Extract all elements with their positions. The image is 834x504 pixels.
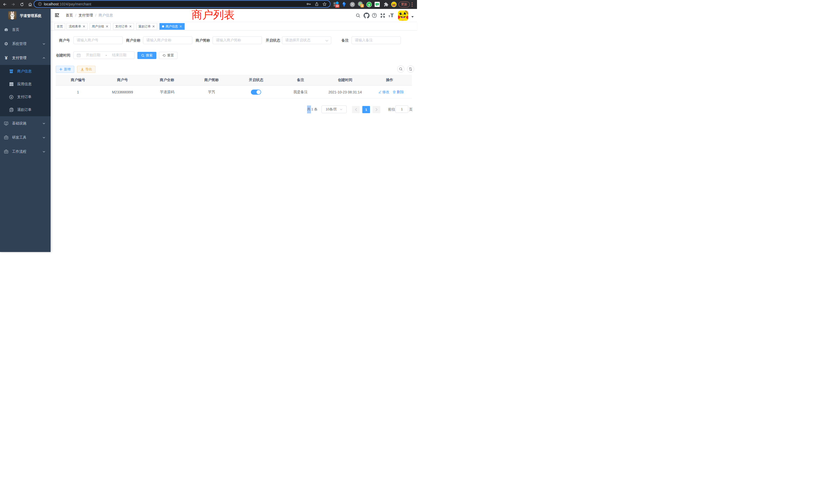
svg-text:⌘: ⌘ (351, 2, 354, 6)
svg-text:10: 10 (336, 5, 339, 7)
svg-text:1: 1 (361, 4, 363, 7)
svg-text:y: y (368, 3, 370, 6)
svg-text:¥: ¥ (10, 96, 12, 98)
